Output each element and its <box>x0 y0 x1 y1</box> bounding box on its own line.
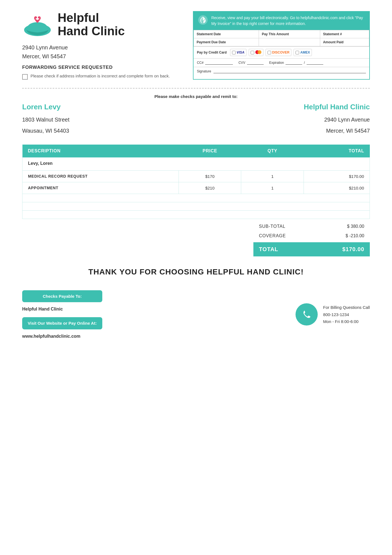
dashed-divider <box>22 88 370 89</box>
address-check-box[interactable] <box>22 74 28 80</box>
website-value: www.helpfulhandclinic.com <box>22 334 80 339</box>
patient-name: Loren Levy <box>22 103 196 111</box>
item-price-1: $170 <box>179 170 241 182</box>
checks-payable-btn: Checks Payable To: <box>22 290 102 302</box>
total-final-row: TOTAL $170.00 <box>253 242 370 256</box>
coverage-label: COVERAGE <box>259 233 286 238</box>
cc-number-field: CC# <box>197 61 233 65</box>
remit-note-row: Please make checks payable and remit to: <box>22 94 370 99</box>
logo-row: Helpful Hand Clinic <box>22 11 182 38</box>
mc-checkbox[interactable] <box>251 51 254 54</box>
cc-input-line[interactable] <box>205 61 233 65</box>
clinic-name-text: Helpful Hand Clinic <box>58 11 125 38</box>
signature-line[interactable] <box>213 69 366 73</box>
statement-row-2: Payment Due Date Amount Paid <box>194 38 369 46</box>
visa-card-check[interactable]: VISA <box>230 49 246 56</box>
item-total-1: $170.00 <box>304 170 370 182</box>
discover-card-check[interactable]: DISCOVER <box>266 49 292 56</box>
mc-icon <box>255 50 261 54</box>
mc-card-check[interactable] <box>249 49 263 56</box>
table-row: APPOINTMENT $210 1 $210.00 <box>22 182 370 194</box>
footer-section: Checks Payable To: Helpful Hand Clinic V… <box>22 290 370 339</box>
col-qty: QTY <box>241 145 304 158</box>
statement-row-1: Statement Date Pay This Amount Statement… <box>194 30 369 38</box>
patient-name-cell: Levy, Loren <box>22 157 370 170</box>
patient-address: 1803 Walnut Street Wausau, WI 54403 <box>22 114 196 136</box>
logo-address-block: Helpful Hand Clinic 2940 Lynn Avenue Mer… <box>22 11 182 80</box>
cvv-field: CVV <box>238 61 264 65</box>
amex-card-check[interactable]: AMEX <box>294 49 312 56</box>
billing-notice-text: Receive, view and pay your bill electron… <box>211 15 365 27</box>
item-description-2: APPOINTMENT <box>22 182 179 194</box>
patient-name-row: Levy, Loren <box>22 157 370 170</box>
website-btn: Visit Our Website or Pay Online At: <box>22 317 102 329</box>
totals-section: SUB-TOTAL $ 380.00 COVERAGE $ -210.00 TO… <box>22 222 370 256</box>
col-description: DESCRIPTION <box>22 145 179 158</box>
clinic-logo-icon <box>22 12 53 37</box>
remit-note-text: Please make checks payable and remit to: <box>154 94 238 99</box>
footer-left: Checks Payable To: Helpful Hand Clinic V… <box>22 290 102 339</box>
coverage-row: COVERAGE $ -210.00 <box>253 231 370 241</box>
cc-label: CC# <box>197 61 203 65</box>
check-text: Please check if address information is i… <box>30 74 170 78</box>
item-description-1: MEDICAL RECORD REQUEST <box>22 170 179 182</box>
discover-checkbox[interactable] <box>268 51 271 54</box>
exp-month-line[interactable] <box>286 61 302 65</box>
totals-table: SUB-TOTAL $ 380.00 COVERAGE $ -210.00 TO… <box>253 222 370 256</box>
statement-num-label: Statement # <box>320 30 369 38</box>
visa-label: VISA <box>237 51 245 54</box>
clinic-address: 2940 Lynn Avenue Mercer, WI 54547 <box>22 43 182 61</box>
invoice-table: DESCRIPTION PRICE QTY TOTAL Levy, Loren … <box>22 145 370 219</box>
subtotal-label: SUB-TOTAL <box>259 224 286 229</box>
invoice-table-header: DESCRIPTION PRICE QTY TOTAL <box>22 145 370 158</box>
item-qty-1: 1 <box>241 170 304 182</box>
clinic-name: Helpful Hand Clinic <box>58 11 125 38</box>
clinic-remit-info: Helpful Hand Clinic 2940 Lynn Avenue Mer… <box>196 103 370 136</box>
expiration-field: Expiration / <box>269 61 323 65</box>
spacer-row-1 <box>22 194 370 202</box>
spacer-row-2 <box>22 202 370 210</box>
total-value: $170.00 <box>342 246 364 253</box>
col-price: PRICE <box>179 145 241 158</box>
billing-notice: Receive, view and pay your bill electron… <box>194 12 369 30</box>
item-price-2: $210 <box>179 182 241 194</box>
billing-panel: Receive, view and pay your bill electron… <box>193 11 370 80</box>
leaf-icon <box>198 15 208 25</box>
pay-credit-label: Pay by Credit Card <box>197 51 226 54</box>
cvv-input-line[interactable] <box>247 61 264 65</box>
due-date-label: Payment Due Date <box>194 38 259 46</box>
invoice-patient-name: Levy, Loren <box>28 161 364 166</box>
cvv-label: CVV <box>238 61 245 65</box>
amex-checkbox[interactable] <box>296 51 299 54</box>
website-value-row: www.helpfulhandclinic.com <box>22 334 102 339</box>
statement-table: Statement Date Pay This Amount Statement… <box>194 30 369 46</box>
col-total: TOTAL <box>304 145 370 158</box>
pay-amount-label: Pay This Amount <box>259 30 320 38</box>
statement-date-label: Statement Date <box>194 30 259 38</box>
discover-label: DISCOVER <box>272 51 290 54</box>
thankyou-text: THANK YOU FOR CHOOSING HELPFUL HAND CLIN… <box>22 268 370 276</box>
footer-right: For Billing Questions Call 800-123-1234 … <box>296 303 370 326</box>
svg-point-1 <box>28 22 47 32</box>
clinic-remit-address: 2940 Lynn Avenue Mercer, WI 54547 <box>196 114 370 136</box>
item-total-2: $210.00 <box>304 182 370 194</box>
patient-info: Loren Levy 1803 Walnut Street Wausau, WI… <box>22 103 196 136</box>
remit-section: Loren Levy 1803 Walnut Street Wausau, WI… <box>22 103 370 136</box>
visa-checkbox[interactable] <box>232 51 236 54</box>
checks-value: Helpful Hand Clinic <box>22 307 63 312</box>
item-qty-2: 1 <box>241 182 304 194</box>
invoice-table-body: Levy, Loren MEDICAL RECORD REQUEST $170 … <box>22 157 370 219</box>
svg-rect-3 <box>36 18 39 19</box>
table-header-row: DESCRIPTION PRICE QTY TOTAL <box>22 145 370 158</box>
spacer-row-3 <box>22 210 370 219</box>
amount-paid-label: Amount Paid <box>320 38 369 46</box>
signature-label: Signature <box>197 69 211 73</box>
checks-value-row: Helpful Hand Clinic <box>22 307 102 312</box>
forwarding-label: FORWARDING SERVICE REQUESTED <box>22 65 182 70</box>
subtotal-row: SUB-TOTAL $ 380.00 <box>253 222 370 231</box>
mc-label <box>255 50 261 55</box>
clinic-remit-name: Helpful Hand Clinic <box>196 103 370 111</box>
phone-icon <box>301 308 313 321</box>
payment-cards-row: Pay by Credit Card VISA DISCOVER <box>194 46 369 58</box>
exp-year-line[interactable] <box>307 61 323 65</box>
